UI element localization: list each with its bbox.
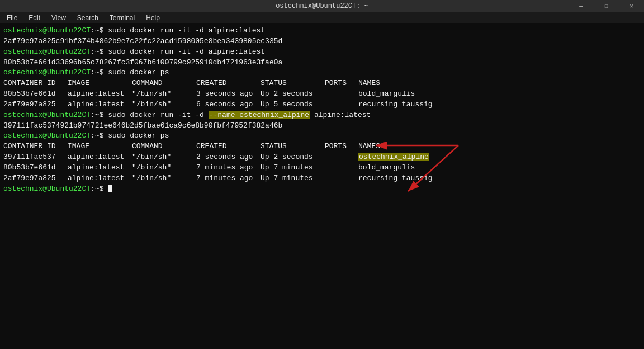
menu-view[interactable]: View xyxy=(47,12,70,23)
table1-row1: 80b53b7e661dalpine:latest"/bin/sh"3 seco… xyxy=(3,89,641,100)
table1-header: CONTAINER IDIMAGECOMMANDCREATEDSTATUSPOR… xyxy=(3,78,641,89)
line-prompt3: ostechnix@Ubuntu22CT:~$ sudo docker ps xyxy=(3,131,641,142)
terminal[interactable]: ostechnix@Ubuntu22CT:~$ sudo docker run … xyxy=(0,23,644,197)
menu-edit[interactable]: Edit xyxy=(24,12,45,23)
maximize-button[interactable]: ☐ xyxy=(594,0,619,12)
table2-row1: 397111fac537alpine:latest"/bin/sh"2 seco… xyxy=(3,152,641,163)
line-prompt2: ostechnix@Ubuntu22CT:~$ sudo docker run … xyxy=(3,110,641,121)
window-controls[interactable]: — ☐ ✕ xyxy=(569,0,644,12)
line-2: 2af79e97a825c91bf374b4862b9e7c22fc22acd1… xyxy=(3,36,641,47)
table2-row2: 80b53b7e661dalpine:latest"/bin/sh"7 minu… xyxy=(3,163,641,173)
title-bar: ostechnix@Ubuntu22CT: ~ — ☐ ✕ xyxy=(0,0,644,12)
menu-search[interactable]: Search xyxy=(73,12,103,23)
line-4: 80b53b7e661d33696b65c78267fc3f067b610079… xyxy=(3,58,641,68)
menu-help[interactable]: Help xyxy=(141,12,164,23)
line-final-prompt: ostechnix@Ubuntu22CT:~$ xyxy=(3,184,641,195)
line-1: ostechnix@Ubuntu22CT:~$ sudo docker run … xyxy=(3,26,641,36)
line-output2: 397111fac5374921b974721ee646b2d5fbae61ca… xyxy=(3,121,641,131)
minimize-button[interactable]: — xyxy=(569,0,594,12)
close-button[interactable]: ✕ xyxy=(619,0,644,12)
menu-terminal[interactable]: Terminal xyxy=(105,12,139,23)
cursor xyxy=(108,185,112,192)
table1-row2: 2af79e97a825alpine:latest"/bin/sh"6 seco… xyxy=(3,100,641,110)
table2-header: CONTAINER IDIMAGECOMMANDCREATEDSTATUSPOR… xyxy=(3,142,641,152)
menu-file[interactable]: File xyxy=(2,12,22,23)
line-3: ostechnix@Ubuntu22CT:~$ sudo docker run … xyxy=(3,47,641,58)
menu-bar: File Edit View Search Terminal Help xyxy=(0,12,644,23)
table2-row3: 2af79e97a825alpine:latest"/bin/sh"7 minu… xyxy=(3,173,641,184)
line-5: ostechnix@Ubuntu22CT:~$ sudo docker ps xyxy=(3,68,641,78)
window-title: ostechnix@Ubuntu22CT: ~ xyxy=(276,2,368,10)
